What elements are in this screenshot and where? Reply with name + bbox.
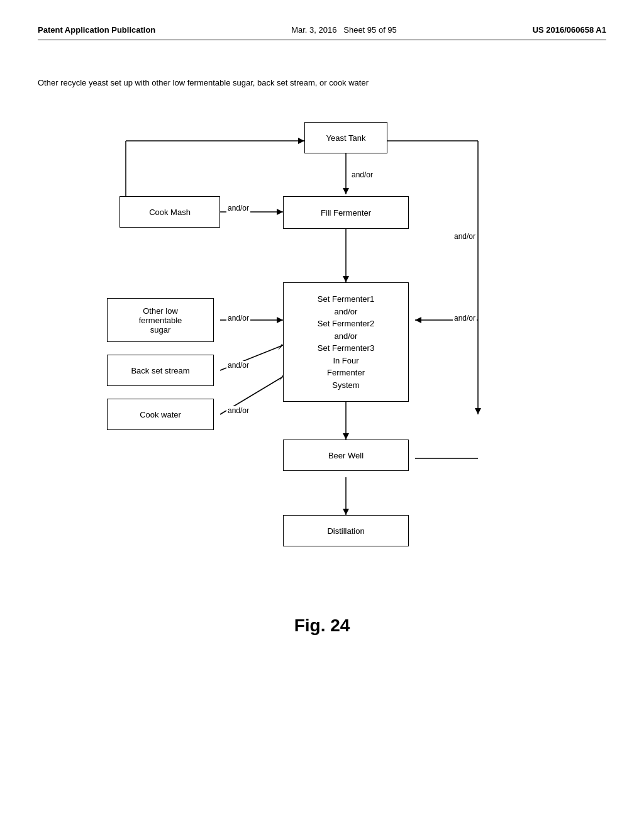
andor-label-3: and/or [226, 314, 250, 323]
andor-label-4: and/or [226, 361, 250, 370]
page: Patent Application Publication Mar. 3, 2… [0, 0, 644, 830]
andor-label-right1: and/or [453, 232, 477, 241]
back-set-stream-box: Back set stream [107, 355, 214, 386]
fill-fermenter-label: Fill Fermenter [321, 208, 371, 218]
back-set-stream-label: Back set stream [131, 366, 189, 375]
svg-marker-3 [277, 209, 283, 215]
fill-fermenter-box: Fill Fermenter [283, 196, 409, 229]
header-sheet: Sheet 95 of 95 [343, 25, 397, 35]
beer-well-label: Beer Well [328, 451, 364, 460]
svg-marker-14 [277, 317, 283, 323]
andor-label-right2: and/or [453, 314, 477, 323]
andor-label-1: and/or [350, 170, 374, 179]
header-center: Mar. 3, 2016 Sheet 95 of 95 [291, 25, 397, 35]
cook-water-label: Cook water [140, 410, 181, 419]
header: Patent Application Publication Mar. 3, 2… [38, 25, 606, 40]
header-right: US 2016/060658 A1 [533, 25, 606, 35]
header-date: Mar. 3, 2016 [291, 25, 336, 35]
svg-marker-25 [343, 509, 349, 515]
set-fermenter-label: Set Fermenter1 and/or Set Fermenter2 and… [318, 293, 374, 391]
other-low-label: Other low fermentable sugar [139, 306, 182, 335]
svg-marker-20 [415, 317, 421, 323]
header-left: Patent Application Publication [38, 25, 155, 35]
svg-marker-1 [343, 188, 349, 194]
svg-marker-6 [475, 408, 481, 414]
cook-water-box: Cook water [107, 399, 214, 430]
distillation-box: Distillation [283, 515, 409, 546]
cook-mash-box: Cook Mash [119, 196, 220, 228]
yeast-tank-label: Yeast Tank [326, 133, 366, 143]
cook-mash-label: Cook Mash [149, 208, 191, 217]
svg-marker-12 [343, 276, 349, 282]
yeast-tank-box: Yeast Tank [304, 122, 387, 153]
set-fermenter-box: Set Fermenter1 and/or Set Fermenter2 and… [283, 282, 409, 402]
figure-caption: Fig. 24 [38, 616, 606, 636]
description-text: Other recycle yeast set up with other lo… [38, 78, 606, 87]
beer-well-box: Beer Well [283, 440, 409, 471]
andor-label-2: and/or [226, 204, 250, 213]
svg-marker-10 [298, 138, 304, 144]
distillation-label: Distillation [327, 526, 364, 536]
svg-marker-22 [343, 433, 349, 440]
diagram-area: Yeast Tank and/or Cook Mash and/or Fill … [38, 106, 606, 597]
other-low-box: Other low fermentable sugar [107, 298, 214, 342]
andor-label-5: and/or [226, 406, 250, 415]
